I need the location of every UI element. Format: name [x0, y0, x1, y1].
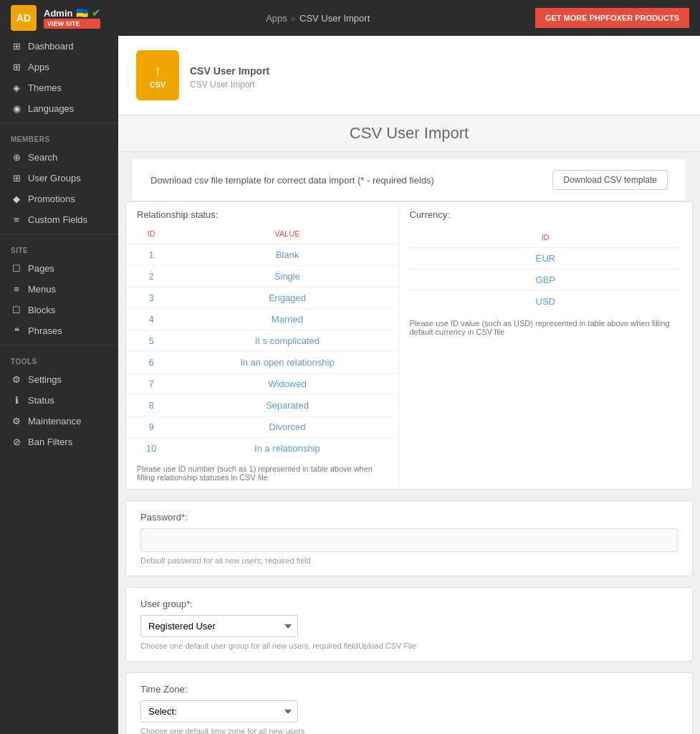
rel-col-value: VALUE — [176, 224, 398, 244]
sidebar-item-languages[interactable]: ◉ Languages — [0, 98, 118, 119]
rel-row-value: Single — [176, 266, 398, 287]
currency-col-id: ID — [410, 227, 682, 248]
settings-icon: ⚙ — [11, 374, 22, 385]
table-row: 1Blank — [126, 244, 398, 266]
timezone-label: Time Zone: — [140, 684, 678, 695]
relationship-currency-section: Relationship status: ID VALUE 1Blank2Sin… — [125, 201, 693, 490]
breadcrumb-current: CSV User Import — [299, 13, 370, 24]
csv-icon: ↑ CSV — [136, 50, 179, 100]
sidebar-item-blocks[interactable]: ☐ Blocks — [0, 300, 118, 320]
download-description: Download csv file template for correct d… — [150, 175, 434, 186]
download-csv-template-button[interactable]: Download CSV template — [552, 170, 668, 190]
rel-col-id: ID — [126, 224, 176, 244]
table-row: 5It s complicated — [126, 330, 398, 352]
phrases-icon: ❝ — [11, 325, 22, 336]
relationship-note: Please use ID number (such as 1) represe… — [126, 459, 398, 489]
sidebar-item-maintenance[interactable]: ⚙ Maintenance — [0, 411, 118, 432]
sidebar-item-custom-fields[interactable]: ≡ Custom Fields — [0, 209, 118, 230]
password-note: Default password for all new users, requ… — [140, 556, 678, 565]
sidebar: ⊞ Dashboard ⊞ Apps ◈ Themes ◉ Languages … — [0, 36, 118, 734]
menus-icon: ≡ — [11, 284, 22, 295]
rel-row-id: 5 — [126, 330, 176, 352]
site-section-label: SITE — [0, 238, 118, 258]
sidebar-item-status[interactable]: ℹ Status — [0, 390, 118, 411]
currency-note: Please use ID value (such as USD) repres… — [410, 319, 682, 336]
sub-header-breadcrumb: CSV User Import — [190, 80, 269, 90]
rel-row-value: Separated — [176, 395, 398, 416]
flag-icon: 🇺🇦 — [76, 7, 88, 19]
table-row: 6In an open relationship — [126, 352, 398, 373]
get-more-products-button[interactable]: GET MORE PHPFOXER PRODUCTS — [535, 8, 689, 28]
content-wrapper: Download csv file template for correct d… — [118, 152, 700, 734]
currency-id-table: ID EURGBPUSD — [410, 227, 682, 312]
maintenance-icon: ⚙ — [11, 416, 22, 426]
password-field-section: Password*: Default password for all new … — [126, 501, 692, 576]
apps-icon: ⊞ — [11, 62, 22, 72]
members-section-label: MEMBERS — [0, 127, 118, 147]
sidebar-item-settings[interactable]: ⚙ Settings — [0, 369, 118, 390]
breadcrumb: Apps » CSV User Import — [266, 13, 370, 24]
sidebar-item-dashboard[interactable]: ⊞ Dashboard — [0, 36, 118, 57]
relationship-status-table: ID VALUE 1Blank2Single3Engaged4Married5I… — [126, 224, 398, 459]
rel-row-id: 10 — [126, 438, 176, 459]
pages-icon: ☐ — [11, 263, 22, 274]
rel-row-id: 6 — [126, 352, 176, 373]
themes-icon: ◈ — [11, 82, 22, 93]
admin-info: Admin 🇺🇦 ✔ VIEW SITE — [44, 7, 100, 29]
sidebar-divider-members — [0, 123, 118, 123]
top-bar-left: AD Admin 🇺🇦 ✔ VIEW SITE — [11, 5, 100, 31]
rel-row-id: 9 — [126, 416, 176, 438]
currency-row-id: USD — [410, 291, 682, 313]
currency-row-id: EUR — [410, 248, 682, 270]
sidebar-item-themes[interactable]: ◈ Themes — [0, 77, 118, 98]
main-content: ↑ CSV CSV User Import CSV User Import CS… — [118, 36, 700, 734]
page-title: CSV User Import — [136, 124, 682, 143]
table-row: EUR — [410, 248, 682, 270]
timezone-section: Time Zone: Select: Choose one default ti… — [125, 672, 693, 734]
sidebar-item-search[interactable]: ⊕ Search — [0, 147, 118, 168]
sidebar-item-ban-filters[interactable]: ⊘ Ban Filters — [0, 432, 118, 452]
breadcrumb-separator: » — [291, 13, 296, 24]
table-row: 7Widowed — [126, 373, 398, 395]
sidebar-item-pages[interactable]: ☐ Pages — [0, 258, 118, 279]
table-row: 10In a relationship — [126, 438, 398, 459]
ban-filters-icon: ⊘ — [11, 437, 22, 447]
languages-icon: ◉ — [11, 103, 22, 114]
sidebar-item-menus[interactable]: ≡ Menus — [0, 279, 118, 300]
currency-section: Currency: ID EURGBPUSD Please use ID val… — [399, 202, 693, 489]
download-bar: Download csv file template for correct d… — [133, 159, 686, 201]
blocks-icon: ☐ — [11, 305, 22, 315]
rel-row-id: 2 — [126, 266, 176, 287]
sidebar-divider-site — [0, 234, 118, 234]
table-row: 2Single — [126, 266, 398, 287]
rel-row-value: Widowed — [176, 373, 398, 395]
view-site-button[interactable]: VIEW SITE — [44, 19, 100, 29]
breadcrumb-apps-link[interactable]: Apps — [266, 13, 287, 24]
rel-row-value: In an open relationship — [176, 352, 398, 373]
password-input[interactable] — [140, 528, 678, 552]
sidebar-divider-tools — [0, 345, 118, 345]
tools-section-label: TOOLS — [0, 349, 118, 369]
user-group-section: User group*: Registered UserAdministrato… — [125, 587, 693, 662]
custom-fields-icon: ≡ — [11, 214, 22, 225]
sidebar-item-apps[interactable]: ⊞ Apps — [0, 57, 118, 77]
dashboard-icon: ⊞ — [11, 41, 22, 52]
main-layout: ⊞ Dashboard ⊞ Apps ◈ Themes ◉ Languages … — [0, 36, 700, 734]
timezone-select[interactable]: Select: — [140, 700, 298, 723]
sidebar-item-user-groups[interactable]: ⊞ User Groups — [0, 168, 118, 189]
upload-arrow-icon: ↑ — [154, 62, 161, 79]
page-title-bar: CSV User Import — [118, 115, 700, 152]
rel-row-id: 4 — [126, 309, 176, 330]
table-row: 9Divorced — [126, 416, 398, 438]
rel-row-value: Blank — [176, 244, 398, 266]
sub-header: ↑ CSV CSV User Import CSV User Import — [118, 36, 700, 115]
user-group-select[interactable]: Registered UserAdministratorStaff — [140, 615, 298, 637]
sidebar-item-phrases[interactable]: ❝ Phrases — [0, 320, 118, 341]
relationship-table: Relationship status: ID VALUE 1Blank2Sin… — [126, 202, 399, 489]
password-section: Password*: Default password for all new … — [125, 500, 693, 576]
rel-row-value: Married — [176, 309, 398, 330]
currency-label: Currency: — [410, 209, 682, 220]
verified-icon: ✔ — [92, 7, 100, 19]
sidebar-item-promotions[interactable]: ◆ Promotions — [0, 189, 118, 209]
status-icon: ℹ — [11, 395, 22, 406]
